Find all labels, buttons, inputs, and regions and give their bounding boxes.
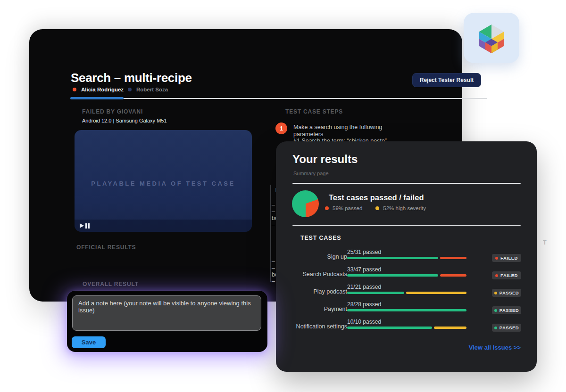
chart-title: Test cases passed / failed (329, 193, 424, 202)
bar-secondary-segment (406, 292, 467, 294)
overall-result-label: OVERALL RESULT (83, 281, 139, 287)
test-case-name: Sign up (292, 253, 347, 260)
test-case-name: Notification settings (292, 323, 347, 330)
bar-passed-segment (347, 292, 404, 294)
bar-passed-segment (347, 257, 438, 259)
cube-logo-icon (474, 20, 509, 56)
divider (292, 183, 521, 184)
chart-legend: 59% passed 52% high severity (325, 205, 426, 211)
tab-label: Alicia Rodriguez (81, 87, 124, 92)
test-case-name: Play podcast (292, 288, 347, 295)
video-placeholder-text: PLAYABLE MEDIA OF TEST CASE (85, 179, 241, 188)
failed-by-label: FAILED BY GIOVANI (82, 108, 143, 115)
tab-status-dot (73, 88, 76, 91)
bar-passed-segment (347, 327, 432, 329)
results-panel-subtitle: Summary page (293, 171, 329, 176)
pass-fail-bar (347, 257, 468, 259)
tab-status-dot (128, 88, 132, 91)
active-tab-underline (70, 97, 124, 99)
status-dot-icon (494, 309, 497, 312)
bar-secondary-segment (434, 327, 466, 329)
status-dot-icon (495, 274, 498, 277)
results-panel-title: Your results (292, 153, 358, 166)
bar-secondary-segment (440, 274, 467, 277)
passed-count: 33/47 passed (347, 266, 381, 273)
test-case-name: Payment (292, 306, 347, 312)
official-results-label: OFFICIAL RESULTS (76, 244, 136, 251)
test-cases-label: TEST CASES (300, 235, 341, 241)
tab-robert-soza[interactable]: Robert Soza (128, 87, 168, 92)
passed-count: 21/21 passed (347, 284, 381, 290)
view-all-issues-link[interactable]: View all issues >> (469, 344, 521, 351)
status-badge: FAILED (492, 271, 521, 279)
bar-passed-segment (347, 274, 438, 277)
tab-label: Robert Soza (136, 87, 168, 92)
bar-passed-segment (347, 309, 466, 311)
step-number-badge: 1 (275, 122, 287, 134)
pass-fail-bar (347, 292, 468, 294)
legend-dot-icon (375, 206, 379, 210)
video-controls-bar[interactable] (75, 220, 252, 232)
status-badge: PASSED (492, 306, 521, 314)
tab-alicia-rodriguez[interactable]: Alicia Rodriguez (73, 87, 124, 92)
passed-count: 28/28 passed (347, 301, 381, 308)
status-dot-icon (494, 292, 497, 294)
test-case-name: Search Podcasts (292, 271, 347, 278)
add-note-popup: Save (67, 291, 267, 352)
save-button[interactable]: Save (72, 336, 106, 348)
status-badge: PASSED (492, 289, 521, 297)
legend-item: 52% high severity (375, 205, 426, 211)
pass-fail-bar (347, 274, 468, 277)
reject-tester-result-button[interactable]: Reject Tester Result (412, 73, 481, 87)
status-badge: FAILED (492, 254, 521, 262)
page-title: Search – multi-recipe (71, 71, 192, 85)
status-dot-icon (495, 257, 498, 260)
divider (292, 225, 521, 226)
legend-dot-icon (325, 206, 329, 210)
status-dot-icon (494, 327, 497, 329)
pause-icon[interactable] (85, 223, 90, 229)
tab-divider-line (124, 98, 487, 99)
test-case-video-player[interactable]: PLAYABLE MEDIA OF TEST CASE (75, 130, 252, 232)
pass-fail-bar (347, 327, 468, 329)
your-results-panel: Your results Summary page Test cases pas… (276, 141, 537, 372)
pass-fail-pie-chart (292, 190, 319, 217)
note-input[interactable] (72, 295, 261, 331)
play-icon[interactable] (80, 223, 84, 228)
app-logo (464, 13, 519, 63)
device-info: Android 12.0 | Samsung Galaxy M51 (82, 118, 167, 123)
pass-fail-bar (347, 309, 468, 311)
legend-item: 59% passed (325, 205, 362, 211)
passed-count: 25/31 passed (347, 249, 381, 255)
status-badge: PASSED (492, 324, 521, 332)
passed-count: 10/10 passed (347, 318, 381, 325)
bar-secondary-segment (440, 257, 467, 259)
test-case-steps-label: TEST CASE STEPS (285, 108, 343, 115)
